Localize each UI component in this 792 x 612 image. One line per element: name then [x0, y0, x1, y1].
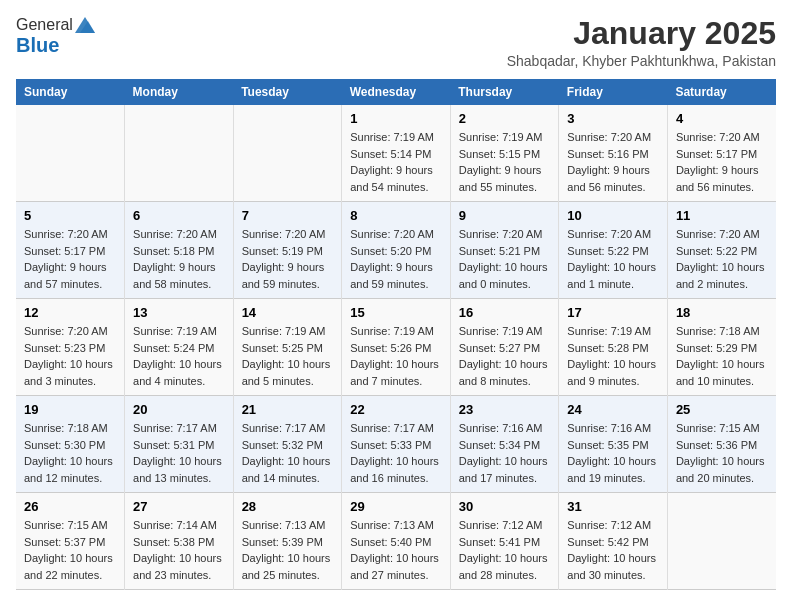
day-info-line: and 28 minutes. — [459, 569, 537, 581]
day-info: Sunrise: 7:20 AMSunset: 5:22 PMDaylight:… — [567, 226, 659, 292]
day-info-line: Daylight: 10 hours — [459, 455, 548, 467]
day-info-line: Daylight: 10 hours — [133, 552, 222, 564]
day-info-line: Sunset: 5:31 PM — [133, 439, 214, 451]
day-info-line: Sunrise: 7:19 AM — [459, 131, 543, 143]
calendar-cell — [16, 105, 125, 202]
day-number: 21 — [242, 402, 334, 417]
day-info: Sunrise: 7:17 AMSunset: 5:33 PMDaylight:… — [350, 420, 442, 486]
day-info: Sunrise: 7:19 AMSunset: 5:25 PMDaylight:… — [242, 323, 334, 389]
day-info: Sunrise: 7:13 AMSunset: 5:39 PMDaylight:… — [242, 517, 334, 583]
day-info: Sunrise: 7:12 AMSunset: 5:42 PMDaylight:… — [567, 517, 659, 583]
title-block: January 2025 Shabqadar, Khyber Pakhtunkh… — [507, 16, 776, 69]
day-info: Sunrise: 7:19 AMSunset: 5:24 PMDaylight:… — [133, 323, 225, 389]
calendar-cell: 21Sunrise: 7:17 AMSunset: 5:32 PMDayligh… — [233, 396, 342, 493]
day-info-line: Sunset: 5:18 PM — [133, 245, 214, 257]
calendar-cell: 3Sunrise: 7:20 AMSunset: 5:16 PMDaylight… — [559, 105, 668, 202]
calendar-cell — [125, 105, 234, 202]
day-info: Sunrise: 7:20 AMSunset: 5:17 PMDaylight:… — [24, 226, 116, 292]
day-info: Sunrise: 7:15 AMSunset: 5:37 PMDaylight:… — [24, 517, 116, 583]
day-number: 13 — [133, 305, 225, 320]
day-info-line: and 1 minute. — [567, 278, 634, 290]
calendar-cell: 31Sunrise: 7:12 AMSunset: 5:42 PMDayligh… — [559, 493, 668, 590]
day-info-line: Sunset: 5:39 PM — [242, 536, 323, 548]
day-info: Sunrise: 7:19 AMSunset: 5:28 PMDaylight:… — [567, 323, 659, 389]
day-info-line: Sunrise: 7:20 AM — [676, 228, 760, 240]
day-info-line: Sunrise: 7:17 AM — [242, 422, 326, 434]
calendar-cell: 19Sunrise: 7:18 AMSunset: 5:30 PMDayligh… — [16, 396, 125, 493]
day-info: Sunrise: 7:20 AMSunset: 5:19 PMDaylight:… — [242, 226, 334, 292]
calendar-cell: 26Sunrise: 7:15 AMSunset: 5:37 PMDayligh… — [16, 493, 125, 590]
day-info-line: Daylight: 9 hours — [133, 261, 216, 273]
day-info: Sunrise: 7:12 AMSunset: 5:41 PMDaylight:… — [459, 517, 551, 583]
day-number: 22 — [350, 402, 442, 417]
day-info-line: Daylight: 9 hours — [676, 164, 759, 176]
day-info-line: Daylight: 10 hours — [676, 358, 765, 370]
day-header-saturday: Saturday — [667, 79, 776, 105]
day-number: 8 — [350, 208, 442, 223]
day-info-line: Daylight: 10 hours — [24, 455, 113, 467]
day-info-line: and 5 minutes. — [242, 375, 314, 387]
day-info-line: and 19 minutes. — [567, 472, 645, 484]
day-number: 28 — [242, 499, 334, 514]
day-info: Sunrise: 7:20 AMSunset: 5:21 PMDaylight:… — [459, 226, 551, 292]
day-header-tuesday: Tuesday — [233, 79, 342, 105]
day-info-line: and 12 minutes. — [24, 472, 102, 484]
day-info-line: and 59 minutes. — [242, 278, 320, 290]
day-info: Sunrise: 7:14 AMSunset: 5:38 PMDaylight:… — [133, 517, 225, 583]
day-number: 2 — [459, 111, 551, 126]
day-info-line: and 13 minutes. — [133, 472, 211, 484]
day-number: 30 — [459, 499, 551, 514]
day-info-line: Daylight: 10 hours — [242, 552, 331, 564]
day-info: Sunrise: 7:20 AMSunset: 5:22 PMDaylight:… — [676, 226, 768, 292]
day-info-line: Sunrise: 7:19 AM — [567, 325, 651, 337]
day-info-line: Sunrise: 7:20 AM — [24, 325, 108, 337]
day-number: 9 — [459, 208, 551, 223]
day-info: Sunrise: 7:19 AMSunset: 5:27 PMDaylight:… — [459, 323, 551, 389]
calendar-cell — [667, 493, 776, 590]
day-info-line: Sunrise: 7:20 AM — [567, 228, 651, 240]
day-number: 16 — [459, 305, 551, 320]
day-info-line: Sunrise: 7:19 AM — [350, 131, 434, 143]
day-info-line: Sunset: 5:22 PM — [567, 245, 648, 257]
day-info: Sunrise: 7:19 AMSunset: 5:26 PMDaylight:… — [350, 323, 442, 389]
day-info-line: Sunrise: 7:14 AM — [133, 519, 217, 531]
calendar-cell: 18Sunrise: 7:18 AMSunset: 5:29 PMDayligh… — [667, 299, 776, 396]
day-info-line: Daylight: 10 hours — [567, 455, 656, 467]
day-info-line: Sunset: 5:29 PM — [676, 342, 757, 354]
day-info-line: and 7 minutes. — [350, 375, 422, 387]
day-info-line: Sunrise: 7:19 AM — [459, 325, 543, 337]
calendar-cell: 7Sunrise: 7:20 AMSunset: 5:19 PMDaylight… — [233, 202, 342, 299]
day-info-line: Daylight: 9 hours — [24, 261, 107, 273]
day-info-line: Sunset: 5:33 PM — [350, 439, 431, 451]
day-header-thursday: Thursday — [450, 79, 559, 105]
day-number: 17 — [567, 305, 659, 320]
calendar-title: January 2025 — [507, 16, 776, 51]
day-info-line: Sunset: 5:19 PM — [242, 245, 323, 257]
day-info: Sunrise: 7:20 AMSunset: 5:23 PMDaylight:… — [24, 323, 116, 389]
day-number: 24 — [567, 402, 659, 417]
day-info-line: Sunrise: 7:18 AM — [676, 325, 760, 337]
calendar-cell: 27Sunrise: 7:14 AMSunset: 5:38 PMDayligh… — [125, 493, 234, 590]
day-info-line: Sunset: 5:32 PM — [242, 439, 323, 451]
day-info-line: Sunrise: 7:17 AM — [133, 422, 217, 434]
day-info: Sunrise: 7:16 AMSunset: 5:34 PMDaylight:… — [459, 420, 551, 486]
calendar-cell: 29Sunrise: 7:13 AMSunset: 5:40 PMDayligh… — [342, 493, 451, 590]
day-info-line: Sunset: 5:17 PM — [676, 148, 757, 160]
day-number: 19 — [24, 402, 116, 417]
day-info-line: Sunrise: 7:20 AM — [242, 228, 326, 240]
day-info-line: Daylight: 10 hours — [350, 358, 439, 370]
day-info-line: Sunrise: 7:12 AM — [459, 519, 543, 531]
day-info-line: Sunset: 5:21 PM — [459, 245, 540, 257]
day-info-line: Sunrise: 7:19 AM — [242, 325, 326, 337]
day-header-friday: Friday — [559, 79, 668, 105]
day-info-line: and 3 minutes. — [24, 375, 96, 387]
day-info: Sunrise: 7:13 AMSunset: 5:40 PMDaylight:… — [350, 517, 442, 583]
day-number: 31 — [567, 499, 659, 514]
day-info-line: Sunset: 5:27 PM — [459, 342, 540, 354]
day-info-line: Daylight: 10 hours — [676, 455, 765, 467]
day-info-line: Sunrise: 7:20 AM — [459, 228, 543, 240]
day-info-line: Sunset: 5:14 PM — [350, 148, 431, 160]
day-info-line: Sunrise: 7:18 AM — [24, 422, 108, 434]
logo-general-text: General — [16, 16, 73, 34]
day-info-line: Sunset: 5:41 PM — [459, 536, 540, 548]
